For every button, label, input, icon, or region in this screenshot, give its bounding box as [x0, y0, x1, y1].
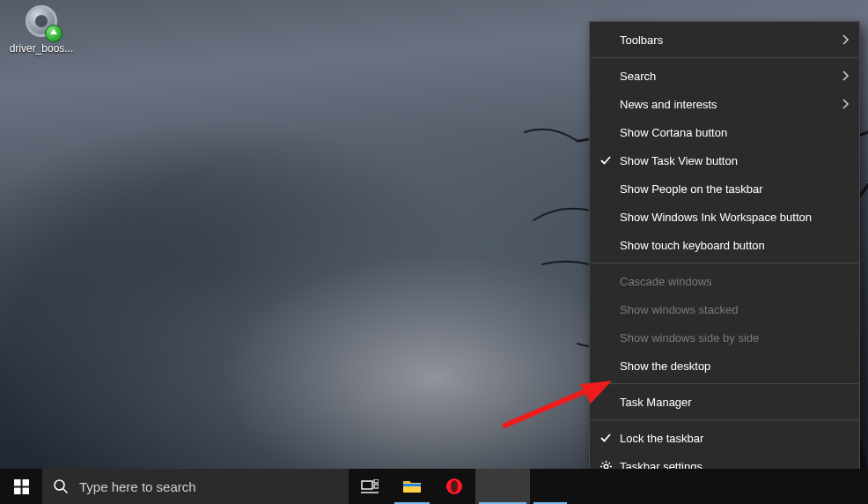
driver-booster-icon	[22, 2, 61, 41]
svg-rect-4	[22, 479, 29, 486]
svg-line-8	[63, 489, 68, 493]
svg-rect-13	[403, 484, 421, 486]
search-icon	[53, 478, 69, 494]
menu-item-label: Search	[620, 70, 656, 83]
opera-icon	[445, 478, 463, 495]
start-button[interactable]	[0, 469, 42, 504]
windows-logo-icon	[14, 479, 29, 494]
menu-item-label: Show Task View button	[620, 154, 738, 167]
chevron-right-icon	[842, 34, 849, 45]
menu-item-label: Task Manager	[620, 396, 692, 409]
menu-item-show-cortana-button[interactable]: Show Cortana button	[590, 118, 859, 146]
svg-rect-10	[374, 479, 379, 483]
menu-item-check	[599, 153, 613, 167]
taskbar-search[interactable]: Type here to search	[42, 469, 349, 504]
checkmark-icon	[600, 432, 612, 444]
menu-item-cascade-windows: Cascade windows	[590, 267, 859, 295]
menu-item-show-task-view-button[interactable]: Show Task View button	[590, 146, 859, 174]
checkmark-icon	[600, 154, 612, 167]
desktop-icon-driver-booster[interactable]: driver_boos...	[9, 2, 74, 55]
menu-item-task-manager[interactable]: Task Manager	[590, 388, 859, 416]
desktop-icon-label: driver_boos...	[9, 42, 74, 55]
svg-rect-9	[362, 481, 372, 489]
menu-item-toolbars[interactable]: Toolbars	[590, 26, 859, 54]
taskbar-app-opera[interactable]	[433, 469, 475, 504]
menu-item-label: News and interests	[620, 98, 717, 111]
svg-rect-11	[374, 485, 379, 488]
taskbar: Type here to search	[0, 469, 868, 504]
menu-item-label: Show the desktop	[620, 359, 710, 373]
menu-item-label: Show People on the taskbar	[620, 182, 763, 196]
menu-item-label: Lock the taskbar	[620, 432, 703, 445]
taskbar-context-menu: ToolbarsSearchNews and interestsShow Cor…	[589, 21, 860, 485]
taskbar-app-file-explorer[interactable]	[391, 469, 433, 504]
menu-item-label: Show windows side by side	[620, 331, 759, 345]
menu-item-label: Show windows stacked	[620, 303, 738, 316]
chevron-right-icon	[842, 70, 849, 81]
svg-rect-6	[22, 487, 29, 494]
menu-separator	[591, 419, 858, 420]
taskbar-running-apps	[391, 469, 570, 504]
chevron-right-icon	[842, 99, 849, 109]
svg-rect-5	[14, 487, 21, 494]
menu-item-show-touch-keyboard-button[interactable]: Show touch keyboard button	[590, 231, 859, 259]
menu-item-show-the-desktop[interactable]: Show the desktop	[590, 352, 859, 380]
menu-item-search[interactable]: Search	[590, 62, 859, 90]
menu-separator	[591, 263, 858, 263]
menu-item-label: Show Windows Ink Workspace button	[620, 211, 812, 224]
svg-point-7	[55, 480, 64, 490]
menu-item-label: Toolbars	[620, 33, 663, 47]
menu-item-show-windows-stacked: Show windows stacked	[590, 295, 859, 323]
svg-point-16	[452, 481, 457, 492]
menu-separator	[591, 57, 858, 58]
search-placeholder: Type here to search	[79, 479, 196, 494]
menu-item-lock-the-taskbar[interactable]: Lock the taskbar	[590, 424, 859, 452]
svg-point-0	[604, 464, 608, 469]
taskbar-app-unknown[interactable]	[530, 469, 570, 504]
menu-item-show-people-on-the-taskbar[interactable]: Show People on the taskbar	[590, 174, 859, 203]
menu-item-label: Cascade windows	[620, 275, 712, 288]
menu-item-news-and-interests[interactable]: News and interests	[590, 90, 859, 118]
file-explorer-icon	[402, 478, 422, 494]
task-view-icon	[361, 479, 379, 493]
taskbar-app-active[interactable]	[475, 469, 530, 504]
menu-separator	[591, 383, 858, 384]
menu-item-check	[599, 431, 613, 445]
menu-item-label: Show touch keyboard button	[620, 239, 765, 252]
menu-item-label: Show Cortana button	[620, 126, 727, 139]
svg-rect-3	[14, 479, 21, 486]
menu-item-show-windows-side-by-side: Show windows side by side	[590, 323, 859, 352]
task-view-button[interactable]	[349, 469, 391, 504]
menu-item-show-windows-ink-workspace-button[interactable]: Show Windows Ink Workspace button	[590, 203, 859, 231]
